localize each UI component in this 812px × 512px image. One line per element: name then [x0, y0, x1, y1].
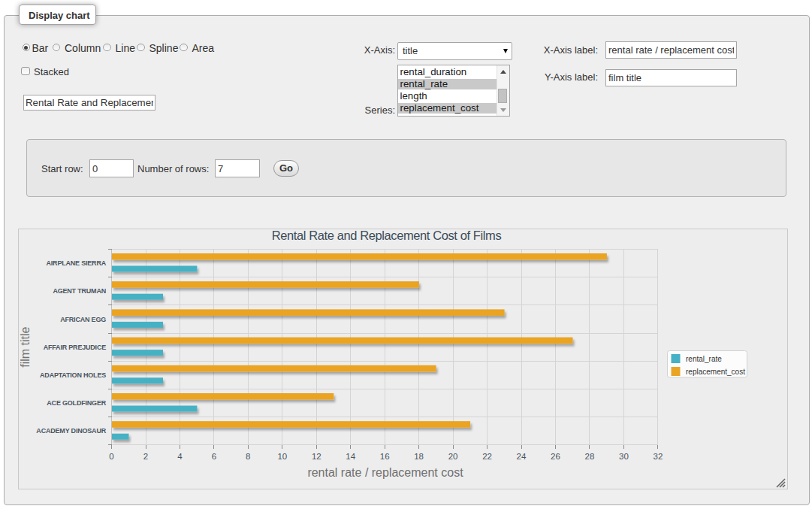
svg-text:AIRPLANE SIERRA: AIRPLANE SIERRA — [46, 259, 106, 267]
svg-text:26: 26 — [551, 452, 560, 461]
svg-text:12: 12 — [312, 452, 321, 461]
svg-text:AGENT TRUMAN: AGENT TRUMAN — [53, 287, 106, 295]
svg-text:16: 16 — [380, 452, 390, 461]
svg-text:AFRICAN EGG: AFRICAN EGG — [60, 316, 106, 323]
svg-text:6: 6 — [212, 452, 216, 461]
svg-text:4: 4 — [177, 452, 183, 461]
svg-text:ACE GOLDFINGER: ACE GOLDFINGER — [47, 399, 106, 407]
svg-text:AFFAIR PREJUDICE: AFFAIR PREJUDICE — [44, 344, 107, 351]
svg-text:30: 30 — [619, 452, 629, 461]
svg-text:32: 32 — [654, 452, 663, 461]
svg-text:20: 20 — [448, 452, 458, 461]
svg-text:film title: film title — [20, 326, 32, 367]
svg-text:Rental Rate and Replacement Co: Rental Rate and Replacement Cost of Film… — [272, 229, 502, 242]
svg-text:ADAPTATION HOLES: ADAPTATION HOLES — [40, 371, 106, 379]
svg-text:2: 2 — [143, 452, 148, 461]
svg-text:rental_rate: rental_rate — [686, 355, 722, 363]
svg-text:28: 28 — [585, 452, 595, 461]
svg-text:24: 24 — [517, 452, 527, 461]
svg-text:replacement_cost: replacement_cost — [686, 368, 745, 376]
svg-text:10: 10 — [277, 452, 287, 461]
svg-text:0: 0 — [109, 452, 113, 461]
svg-text:22: 22 — [482, 452, 492, 461]
svg-text:8: 8 — [246, 452, 250, 461]
svg-text:18: 18 — [414, 452, 424, 461]
svg-text:rental rate / replacement cost: rental rate / replacement cost — [307, 466, 463, 479]
svg-text:ACADEMY DINOSAUR: ACADEMY DINOSAUR — [36, 427, 106, 435]
svg-text:14: 14 — [346, 452, 355, 461]
